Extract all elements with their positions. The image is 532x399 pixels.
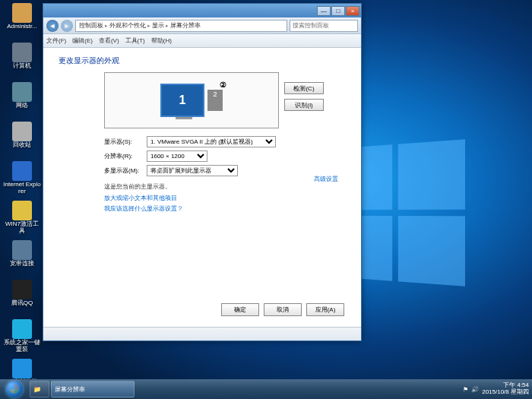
multi-row: 多显示器(M): 将桌面扩展到此显示器 xyxy=(104,165,346,176)
resolution-label: 分辨率(R): xyxy=(104,152,147,160)
desktop-icon[interactable]: WIN7激活工具 xyxy=(3,201,41,239)
menu-item[interactable]: 查看(V) xyxy=(99,36,119,45)
desktop-icon[interactable]: 回收站 xyxy=(3,122,41,160)
taskbar-clock[interactable]: 下午 4:54 2015/10/8 星期四 xyxy=(482,382,529,396)
dialog-buttons: 确定 取消 应用(A) xyxy=(221,303,344,316)
breadcrumb-item[interactable]: 控制面板 xyxy=(79,21,103,30)
titlebar[interactable]: — □ × xyxy=(43,4,361,17)
content-area: 更改显示器的外观 1 2 ② 检测(C) 识别(I) 显示器(S): 1. VM… xyxy=(43,48,361,327)
taskbar-pinned-explorer[interactable]: 📁 xyxy=(30,381,49,397)
multi-label: 多显示器(M): xyxy=(104,166,147,175)
minimize-button[interactable]: — xyxy=(317,6,331,16)
breadcrumb-item[interactable]: 外观和个性化 xyxy=(109,21,146,30)
display-row: 显示器(S): 1. VMware SVGA II 上的 (默认监视器) xyxy=(104,136,346,147)
close-button[interactable]: × xyxy=(346,6,359,16)
apply-button[interactable]: 应用(A) xyxy=(306,303,344,316)
start-button[interactable] xyxy=(0,379,29,399)
display-label: 显示器(S): xyxy=(104,138,147,146)
control-panel-window: — □ × ◄ ► 控制面板▸外观和个性化▸显示▸屏幕分辨率 文件(F)编辑(E… xyxy=(43,3,362,341)
desktop-icon[interactable]: Administr... xyxy=(3,3,41,41)
desktop-icon[interactable]: 网络 xyxy=(3,82,41,120)
taskbar[interactable]: 📁 屏幕分辨率 ⚑ 🔊 下午 4:54 2015/10/8 星期四 xyxy=(0,379,532,399)
main-display-note: 这是您当前的主显示器。 xyxy=(104,182,346,191)
monitor-2-label: ② xyxy=(220,81,226,89)
tray-volume-icon[interactable]: 🔊 xyxy=(471,386,479,393)
monitor-2-icon[interactable]: 2 xyxy=(207,90,223,111)
taskbar-item-window[interactable]: 屏幕分辨率 xyxy=(51,381,135,397)
resolution-row: 分辨率(R): 1600 × 1200 xyxy=(104,150,346,162)
display-select[interactable]: 1. VMware SVGA II 上的 (默认监视器) xyxy=(147,136,276,147)
desktop-icons-column: Administr...计算机网络回收站Internet ExplorerWIN… xyxy=(3,2,41,398)
search-input[interactable] xyxy=(290,20,358,32)
status-bar xyxy=(43,327,361,340)
desktop-icon[interactable]: 宽带连接 xyxy=(3,240,41,278)
maximize-button[interactable]: □ xyxy=(331,6,345,16)
cancel-button[interactable]: 取消 xyxy=(264,303,302,316)
which-settings-link[interactable]: 我应该选择什么显示器设置？ xyxy=(104,204,346,213)
menu-item[interactable]: 编辑(E) xyxy=(72,36,93,45)
ok-button[interactable]: 确定 xyxy=(221,303,259,316)
monitor-preview[interactable]: 1 2 ② 检测(C) 识别(I) xyxy=(104,72,279,128)
back-button[interactable]: ◄ xyxy=(46,20,59,32)
menu-item[interactable]: 工具(T) xyxy=(125,36,145,45)
detect-button[interactable]: 检测(C) xyxy=(284,82,324,94)
monitor-1-icon[interactable]: 1 xyxy=(160,84,204,117)
multi-select[interactable]: 将桌面扩展到此显示器 xyxy=(147,165,238,176)
start-orb-icon xyxy=(6,381,23,397)
menu-bar: 文件(F)编辑(E)查看(V)工具(T)帮助(H) xyxy=(43,34,361,48)
address-bar: ◄ ► 控制面板▸外观和个性化▸显示▸屏幕分辨率 xyxy=(43,17,361,34)
desktop-icon[interactable]: 腾讯QQ xyxy=(3,280,41,318)
identify-button[interactable]: 识别(I) xyxy=(284,99,324,111)
menu-item[interactable]: 帮助(H) xyxy=(151,36,172,45)
menu-item[interactable]: 文件(F) xyxy=(46,36,66,45)
breadcrumb-item[interactable]: 显示 xyxy=(152,21,164,30)
forward-button[interactable]: ► xyxy=(61,20,73,32)
resolution-select[interactable]: 1600 × 1200 xyxy=(147,150,207,162)
desktop-icon[interactable]: Internet Explorer xyxy=(3,161,41,199)
desktop-icon[interactable]: 系统之家一键重装 xyxy=(3,319,41,357)
desktop-icon[interactable]: 计算机 xyxy=(3,43,41,81)
breadcrumb-item[interactable]: 屏幕分辨率 xyxy=(170,21,201,30)
page-title: 更改显示器的外观 xyxy=(59,55,346,66)
text-size-link[interactable]: 放大或缩小文本和其他项目 xyxy=(104,194,346,202)
breadcrumb[interactable]: 控制面板▸外观和个性化▸显示▸屏幕分辨率 xyxy=(75,20,287,32)
tray-flag-icon[interactable]: ⚑ xyxy=(463,386,468,393)
advanced-settings-link[interactable]: 高级设置 xyxy=(314,175,338,183)
system-tray[interactable]: ⚑ 🔊 下午 4:54 2015/10/8 星期四 xyxy=(460,382,532,396)
